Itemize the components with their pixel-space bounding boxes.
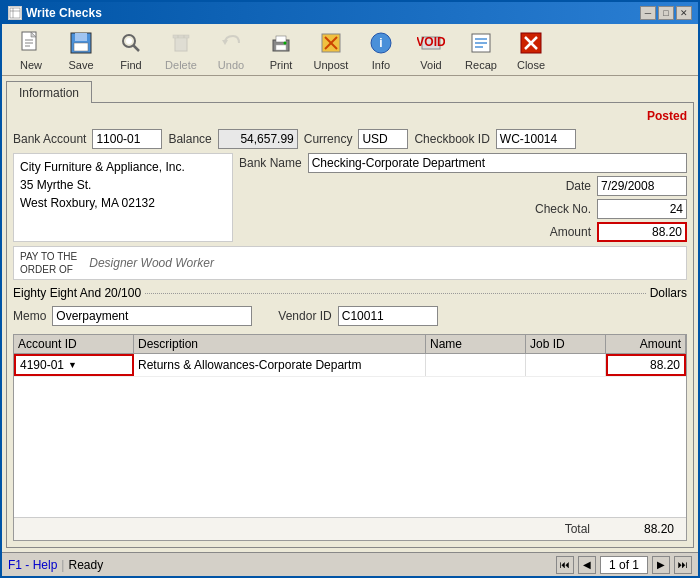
date-row: Date 7/29/2008 — [239, 176, 687, 196]
undo-button[interactable]: Undo — [206, 27, 256, 73]
memo-input[interactable]: Overpayment — [52, 306, 252, 326]
name-cell[interactable] — [426, 354, 526, 376]
check-no-input[interactable]: 24 — [597, 199, 687, 219]
page-indicator: 1 of 1 — [600, 556, 648, 574]
recap-button[interactable]: Recap — [456, 27, 506, 73]
svg-point-22 — [284, 41, 287, 44]
check-no-label: Check No. — [535, 202, 591, 216]
svg-point-13 — [126, 38, 132, 44]
svg-rect-0 — [10, 8, 20, 18]
status-left: F1 - Help | Ready — [8, 558, 103, 572]
date-label: Date — [566, 179, 591, 193]
posted-status: Posted — [13, 109, 687, 123]
dotted-line — [145, 293, 646, 294]
bank-account-input[interactable]: 1100-01 — [92, 129, 162, 149]
balance-label: Balance — [168, 132, 211, 146]
unpost-label: Unpost — [314, 59, 349, 71]
date-input[interactable]: 7/29/2008 — [597, 176, 687, 196]
col-job-id: Job ID — [526, 335, 606, 353]
amount-cell[interactable]: 88.20 — [606, 354, 686, 376]
maximize-button[interactable]: □ — [658, 6, 674, 20]
last-page-button[interactable]: ⏭ — [674, 556, 692, 574]
dollars-label: Dollars — [650, 286, 687, 300]
new-icon — [17, 29, 45, 57]
recap-label: Recap — [465, 59, 497, 71]
print-label: Print — [270, 59, 293, 71]
save-icon — [67, 29, 95, 57]
toolbar: New Save Find — [2, 24, 698, 76]
amount-row: Amount 88.20 — [239, 222, 687, 242]
status-bar: F1 - Help | Ready ⏮ ◀ 1 of 1 ▶ ⏭ — [2, 552, 698, 576]
form-panel: Posted Bank Account 1100-01 Balance 54,6… — [6, 102, 694, 548]
undo-label: Undo — [218, 59, 244, 71]
written-amount: Eighty Eight And 20/100 — [13, 286, 141, 300]
transaction-grid: Account ID Description Name Job ID Amoun… — [13, 334, 687, 541]
info-button[interactable]: i Info — [356, 27, 406, 73]
save-button[interactable]: Save — [56, 27, 106, 73]
void-label: Void — [420, 59, 441, 71]
job-id-cell[interactable] — [526, 354, 606, 376]
vendor-address: City Furniture & Appliance, Inc. 35 Myrt… — [13, 153, 233, 242]
delete-button[interactable]: Delete — [156, 27, 206, 73]
find-label: Find — [120, 59, 141, 71]
content-area: Information Posted Bank Account 1100-01 … — [2, 76, 698, 552]
svg-rect-10 — [74, 43, 88, 51]
unpost-button[interactable]: Unpost — [306, 27, 356, 73]
pay-to-label: PAY TO THEORDER OF — [20, 250, 77, 276]
table-row: 4190-01 ▼ Returns & Allowances-Corporate… — [14, 354, 686, 377]
bank-name-input[interactable]: Checking-Corporate Department — [308, 153, 687, 173]
vendor-id-input[interactable]: C10011 — [338, 306, 438, 326]
svg-marker-18 — [222, 40, 228, 45]
title-bar: Write Checks ─ □ ✕ — [2, 2, 698, 24]
delete-label: Delete — [165, 59, 197, 71]
total-label: Total — [565, 522, 590, 536]
prev-page-button[interactable]: ◀ — [578, 556, 596, 574]
minimize-button[interactable]: ─ — [640, 6, 656, 20]
status-right: ⏮ ◀ 1 of 1 ▶ ⏭ — [556, 556, 692, 574]
checkbook-id-label: Checkbook ID — [414, 132, 489, 146]
bank-name-label: Bank Name — [239, 156, 302, 170]
help-text[interactable]: F1 - Help — [8, 558, 57, 572]
unpost-icon — [317, 29, 345, 57]
svg-rect-21 — [276, 45, 286, 50]
new-button[interactable]: New — [6, 27, 56, 73]
svg-text:VOID: VOID — [417, 35, 445, 49]
void-button[interactable]: VOID Void — [406, 27, 456, 73]
pay-to-row: PAY TO THEORDER OF Designer Wood Worker — [13, 246, 687, 280]
print-button[interactable]: Print — [256, 27, 306, 73]
svg-rect-9 — [75, 33, 87, 41]
bank-info-row: Bank Account 1100-01 Balance 54,657.99 C… — [13, 129, 687, 149]
pay-to-value: Designer Wood Worker — [81, 256, 680, 270]
total-value: 88.20 — [598, 522, 678, 536]
col-account-id: Account ID — [14, 335, 134, 353]
account-id-cell[interactable]: 4190-01 ▼ — [14, 354, 134, 376]
check-details: Bank Name Checking-Corporate Department … — [239, 153, 687, 242]
col-description: Description — [134, 335, 426, 353]
check-no-row: Check No. 24 — [239, 199, 687, 219]
app-icon — [8, 6, 22, 20]
close-icon — [517, 29, 545, 57]
currency-input[interactable]: USD — [358, 129, 408, 149]
first-page-button[interactable]: ⏮ — [556, 556, 574, 574]
print-icon — [267, 29, 295, 57]
checkbook-id-input[interactable]: WC-10014 — [496, 129, 576, 149]
amount-label: Amount — [550, 225, 591, 239]
new-label: New — [20, 59, 42, 71]
main-window: Write Checks ─ □ ✕ New — [0, 0, 700, 578]
description-cell[interactable]: Returns & Allowances-Corporate Departm — [134, 354, 426, 376]
dropdown-icon[interactable]: ▼ — [68, 360, 77, 370]
tab-bar: Information — [6, 80, 694, 102]
undo-icon — [217, 29, 245, 57]
find-button[interactable]: Find — [106, 27, 156, 73]
void-icon: VOID — [417, 29, 445, 57]
close-window-button[interactable]: ✕ — [676, 6, 692, 20]
status-text: Ready — [68, 558, 103, 572]
tab-information[interactable]: Information — [6, 81, 92, 103]
balance-input: 54,657.99 — [218, 129, 298, 149]
close-label: Close — [517, 59, 545, 71]
svg-rect-15 — [173, 35, 189, 38]
window-title: Write Checks — [26, 6, 102, 20]
close-button[interactable]: Close — [506, 27, 556, 73]
next-page-button[interactable]: ▶ — [652, 556, 670, 574]
amount-input[interactable]: 88.20 — [597, 222, 687, 242]
